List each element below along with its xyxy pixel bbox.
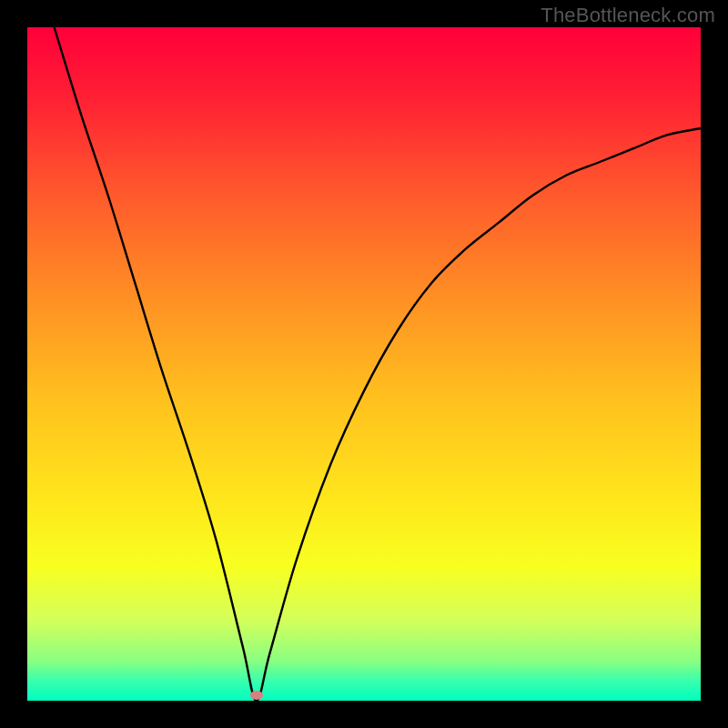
plot-area	[27, 27, 701, 701]
chart-svg	[0, 0, 728, 728]
chart-container: TheBottleneck.com	[0, 0, 728, 728]
watermark-text: TheBottleneck.com	[541, 4, 715, 27]
minimum-marker	[250, 691, 263, 700]
